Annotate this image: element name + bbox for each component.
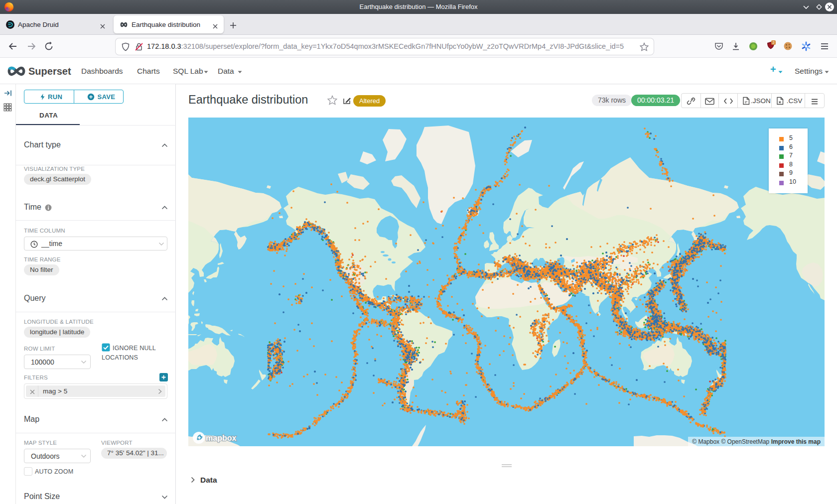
svg-text:2: 2 <box>772 40 774 45</box>
svg-text:mapbox: mapbox <box>206 434 236 442</box>
